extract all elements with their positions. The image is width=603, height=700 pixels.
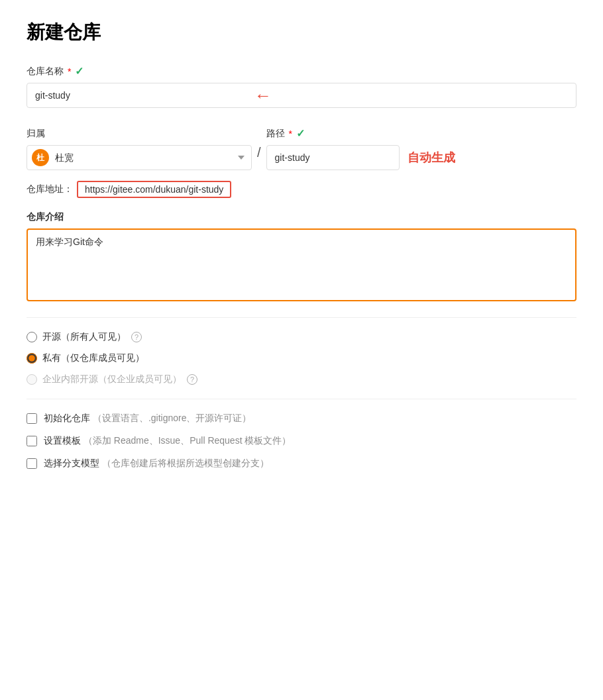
repo-name-check-icon: ✓	[75, 65, 83, 77]
repo-name-input[interactable]: git-study	[27, 83, 576, 108]
checkbox-init-repo[interactable]: 初始化仓库 （设置语言、.gitignore、开源许可证）	[27, 413, 576, 425]
checkbox-branch-model-label[interactable]: 选择分支模型 （仓库创建后将根据所选模型创建分支）	[44, 458, 269, 470]
radio-private-label[interactable]: 私有（仅仓库成员可见）	[42, 352, 144, 364]
internal-help-icon[interactable]: ?	[187, 374, 197, 385]
checkbox-init-repo-input[interactable]	[27, 413, 37, 424]
visibility-group: 开源（所有人可见） ? 私有（仅仓库成员可见） 企业内部开源（仅企业成员可见） …	[27, 331, 576, 385]
checkbox-branch-model-input[interactable]	[27, 458, 37, 469]
path-check-icon: ✓	[296, 127, 305, 140]
divider-2	[27, 399, 576, 399]
slash-separator: /	[252, 121, 266, 170]
owner-select[interactable]: 杜宽	[27, 145, 252, 170]
radio-private[interactable]	[27, 353, 37, 364]
path-input[interactable]	[266, 145, 400, 170]
checkbox-branch-model[interactable]: 选择分支模型 （仓库创建后将根据所选模型创建分支）	[27, 458, 576, 470]
auto-gen-label: 自动生成	[408, 150, 455, 166]
public-help-icon[interactable]: ?	[131, 332, 142, 342]
visibility-internal[interactable]: 企业内部开源（仅企业成员可见） ?	[27, 374, 576, 385]
divider-1	[27, 317, 576, 318]
checkbox-set-template[interactable]: 设置模板 （添加 Readme、Issue、Pull Request 模板文件）	[27, 435, 576, 447]
radio-internal-label: 企业内部开源（仅企业成员可见）	[42, 374, 182, 385]
owner-label: 归属	[27, 128, 45, 140]
path-required-star: *	[289, 128, 292, 139]
page-title: 新建仓库	[27, 20, 576, 45]
checkbox-init-repo-label[interactable]: 初始化仓库 （设置语言、.gitignore、开源许可证）	[44, 413, 251, 425]
path-label: 路径	[266, 128, 285, 140]
required-star: *	[68, 66, 71, 77]
owner-avatar: 杜	[32, 149, 49, 166]
description-label: 仓库介绍	[27, 211, 576, 223]
repo-url-value: https://gitee.com/dukuan/git-study	[77, 181, 231, 198]
options-group: 初始化仓库 （设置语言、.gitignore、开源许可证） 设置模板 （添加 R…	[27, 413, 576, 470]
description-input[interactable]: 用来学习Git命令	[27, 228, 576, 301]
visibility-private[interactable]: 私有（仅仓库成员可见）	[27, 352, 576, 364]
checkbox-set-template-label[interactable]: 设置模板 （添加 Readme、Issue、Pull Request 模板文件）	[44, 435, 291, 447]
repo-name-label: 仓库名称	[27, 66, 64, 77]
radio-public-label[interactable]: 开源（所有人可见）	[42, 331, 126, 343]
radio-public[interactable]	[27, 332, 37, 342]
radio-internal	[27, 374, 37, 385]
repo-url-label: 仓库地址：	[27, 183, 73, 195]
checkbox-set-template-input[interactable]	[27, 436, 37, 446]
visibility-public[interactable]: 开源（所有人可见） ?	[27, 331, 576, 343]
